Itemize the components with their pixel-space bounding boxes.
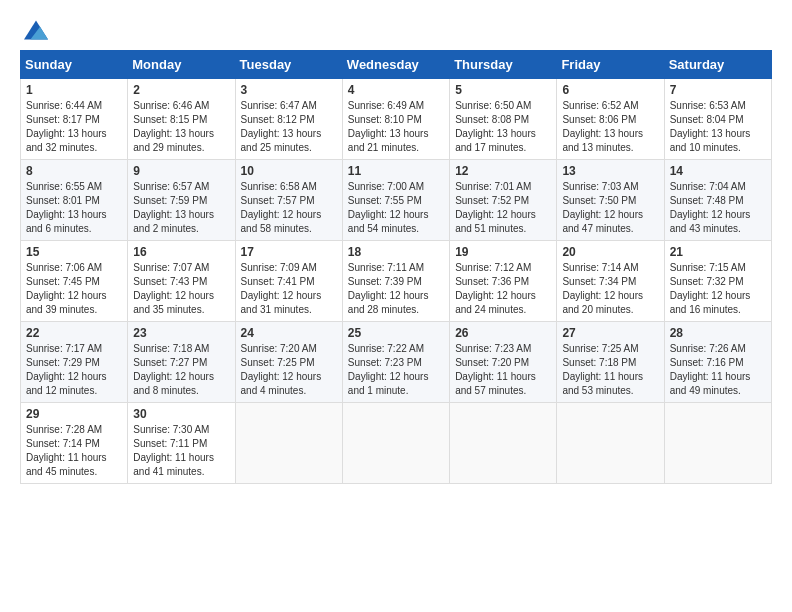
day-number: 2 [133,83,229,97]
day-info: Sunrise: 7:09 AM Sunset: 7:41 PM Dayligh… [241,261,337,317]
day-info: Sunrise: 6:52 AM Sunset: 8:06 PM Dayligh… [562,99,658,155]
calendar-day-cell: 19 Sunrise: 7:12 AM Sunset: 7:36 PM Dayl… [450,241,557,322]
sunrise-label: Sunrise: 7:26 AM [670,343,746,354]
sunrise-label: Sunrise: 7:04 AM [670,181,746,192]
sunrise-label: Sunrise: 7:18 AM [133,343,209,354]
daylight-label: Daylight: 12 hours and 16 minutes. [670,290,751,315]
calendar-weekday-monday: Monday [128,51,235,79]
day-info: Sunrise: 7:22 AM Sunset: 7:23 PM Dayligh… [348,342,444,398]
daylight-label: Daylight: 12 hours and 12 minutes. [26,371,107,396]
daylight-label: Daylight: 13 hours and 10 minutes. [670,128,751,153]
daylight-label: Daylight: 12 hours and 4 minutes. [241,371,322,396]
day-number: 23 [133,326,229,340]
sunset-label: Sunset: 7:57 PM [241,195,315,206]
day-number: 11 [348,164,444,178]
day-number: 7 [670,83,766,97]
calendar-header-row: SundayMondayTuesdayWednesdayThursdayFrid… [21,51,772,79]
day-info: Sunrise: 7:01 AM Sunset: 7:52 PM Dayligh… [455,180,551,236]
day-info: Sunrise: 6:50 AM Sunset: 8:08 PM Dayligh… [455,99,551,155]
day-info: Sunrise: 6:47 AM Sunset: 8:12 PM Dayligh… [241,99,337,155]
daylight-label: Daylight: 13 hours and 29 minutes. [133,128,214,153]
daylight-label: Daylight: 13 hours and 25 minutes. [241,128,322,153]
day-info: Sunrise: 7:20 AM Sunset: 7:25 PM Dayligh… [241,342,337,398]
day-number: 1 [26,83,122,97]
day-number: 24 [241,326,337,340]
day-number: 30 [133,407,229,421]
calendar-day-cell: 2 Sunrise: 6:46 AM Sunset: 8:15 PM Dayli… [128,79,235,160]
daylight-label: Daylight: 12 hours and 20 minutes. [562,290,643,315]
day-number: 4 [348,83,444,97]
sunset-label: Sunset: 8:01 PM [26,195,100,206]
page-header [20,20,772,40]
sunrise-label: Sunrise: 6:53 AM [670,100,746,111]
day-number: 3 [241,83,337,97]
day-info: Sunrise: 7:14 AM Sunset: 7:34 PM Dayligh… [562,261,658,317]
sunset-label: Sunset: 7:39 PM [348,276,422,287]
sunset-label: Sunset: 7:52 PM [455,195,529,206]
day-number: 28 [670,326,766,340]
day-info: Sunrise: 7:12 AM Sunset: 7:36 PM Dayligh… [455,261,551,317]
sunset-label: Sunset: 8:12 PM [241,114,315,125]
day-info: Sunrise: 6:46 AM Sunset: 8:15 PM Dayligh… [133,99,229,155]
sunset-label: Sunset: 8:08 PM [455,114,529,125]
daylight-label: Daylight: 12 hours and 31 minutes. [241,290,322,315]
day-number: 27 [562,326,658,340]
calendar-week-row: 1 Sunrise: 6:44 AM Sunset: 8:17 PM Dayli… [21,79,772,160]
calendar-weekday-sunday: Sunday [21,51,128,79]
day-info: Sunrise: 6:55 AM Sunset: 8:01 PM Dayligh… [26,180,122,236]
calendar-day-cell: 9 Sunrise: 6:57 AM Sunset: 7:59 PM Dayli… [128,160,235,241]
calendar-day-cell: 6 Sunrise: 6:52 AM Sunset: 8:06 PM Dayli… [557,79,664,160]
daylight-label: Daylight: 11 hours and 49 minutes. [670,371,751,396]
day-number: 16 [133,245,229,259]
calendar-day-cell: 30 Sunrise: 7:30 AM Sunset: 7:11 PM Dayl… [128,403,235,484]
day-number: 22 [26,326,122,340]
daylight-label: Daylight: 13 hours and 17 minutes. [455,128,536,153]
sunset-label: Sunset: 7:48 PM [670,195,744,206]
daylight-label: Daylight: 12 hours and 35 minutes. [133,290,214,315]
sunrise-label: Sunrise: 7:12 AM [455,262,531,273]
day-info: Sunrise: 7:00 AM Sunset: 7:55 PM Dayligh… [348,180,444,236]
sunset-label: Sunset: 7:55 PM [348,195,422,206]
sunrise-label: Sunrise: 6:47 AM [241,100,317,111]
daylight-label: Daylight: 12 hours and 54 minutes. [348,209,429,234]
calendar-day-cell: 24 Sunrise: 7:20 AM Sunset: 7:25 PM Dayl… [235,322,342,403]
day-number: 17 [241,245,337,259]
sunset-label: Sunset: 7:45 PM [26,276,100,287]
daylight-label: Daylight: 12 hours and 28 minutes. [348,290,429,315]
sunset-label: Sunset: 7:18 PM [562,357,636,368]
daylight-label: Daylight: 12 hours and 39 minutes. [26,290,107,315]
daylight-label: Daylight: 13 hours and 13 minutes. [562,128,643,153]
daylight-label: Daylight: 13 hours and 32 minutes. [26,128,107,153]
calendar-day-cell: 16 Sunrise: 7:07 AM Sunset: 7:43 PM Dayl… [128,241,235,322]
logo-icon [24,20,48,40]
day-info: Sunrise: 7:26 AM Sunset: 7:16 PM Dayligh… [670,342,766,398]
day-number: 21 [670,245,766,259]
day-info: Sunrise: 6:57 AM Sunset: 7:59 PM Dayligh… [133,180,229,236]
calendar-week-row: 22 Sunrise: 7:17 AM Sunset: 7:29 PM Dayl… [21,322,772,403]
sunset-label: Sunset: 8:04 PM [670,114,744,125]
day-number: 5 [455,83,551,97]
sunrise-label: Sunrise: 7:20 AM [241,343,317,354]
sunset-label: Sunset: 7:41 PM [241,276,315,287]
sunset-label: Sunset: 7:16 PM [670,357,744,368]
day-info: Sunrise: 7:11 AM Sunset: 7:39 PM Dayligh… [348,261,444,317]
sunset-label: Sunset: 8:17 PM [26,114,100,125]
sunset-label: Sunset: 7:29 PM [26,357,100,368]
calendar-day-cell [664,403,771,484]
day-number: 10 [241,164,337,178]
day-info: Sunrise: 7:28 AM Sunset: 7:14 PM Dayligh… [26,423,122,479]
day-info: Sunrise: 6:53 AM Sunset: 8:04 PM Dayligh… [670,99,766,155]
sunset-label: Sunset: 7:14 PM [26,438,100,449]
calendar-day-cell: 11 Sunrise: 7:00 AM Sunset: 7:55 PM Dayl… [342,160,449,241]
calendar-weekday-friday: Friday [557,51,664,79]
daylight-label: Daylight: 11 hours and 45 minutes. [26,452,107,477]
sunset-label: Sunset: 8:10 PM [348,114,422,125]
calendar-day-cell: 1 Sunrise: 6:44 AM Sunset: 8:17 PM Dayli… [21,79,128,160]
calendar-day-cell: 15 Sunrise: 7:06 AM Sunset: 7:45 PM Dayl… [21,241,128,322]
sunset-label: Sunset: 7:36 PM [455,276,529,287]
calendar-weekday-tuesday: Tuesday [235,51,342,79]
calendar-day-cell: 22 Sunrise: 7:17 AM Sunset: 7:29 PM Dayl… [21,322,128,403]
sunrise-label: Sunrise: 7:11 AM [348,262,424,273]
calendar-weekday-wednesday: Wednesday [342,51,449,79]
sunset-label: Sunset: 7:32 PM [670,276,744,287]
